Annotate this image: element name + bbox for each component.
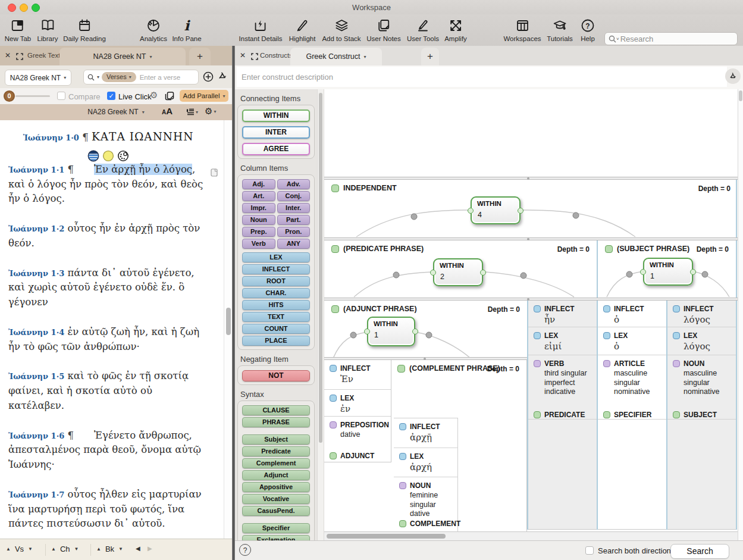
live-click-checkbox[interactable]: ✓ xyxy=(107,92,115,100)
user-tools-button[interactable]: User Tools xyxy=(407,17,439,42)
phrase-status-icon[interactable] xyxy=(331,245,339,253)
research-input[interactable] xyxy=(619,34,711,44)
palette-exclamation-button[interactable]: Exclamation xyxy=(242,535,310,540)
phrase-status-icon[interactable] xyxy=(331,305,339,313)
amplify-button[interactable]: Amplify xyxy=(444,17,467,42)
palette-scrollbar-thumb[interactable] xyxy=(319,93,322,443)
canvas-vertical-scrollbar[interactable] xyxy=(738,89,743,540)
back-arrow-icon[interactable]: ◀ xyxy=(136,545,140,552)
highlight-button[interactable]: Highlight xyxy=(289,17,316,42)
palette-text-button[interactable]: TEXT xyxy=(242,312,310,322)
new-tab-button[interactable]: New Tab xyxy=(5,17,32,42)
palette-phrase-button[interactable]: PHRASE xyxy=(242,417,310,427)
canvas-hscroll-thumb[interactable] xyxy=(327,534,446,539)
update-construct-button[interactable] xyxy=(725,68,741,84)
text-display-icon[interactable]: ▾ xyxy=(186,108,198,116)
palette-place-button[interactable]: PLACE xyxy=(242,336,310,346)
workspaces-button[interactable]: Workspaces xyxy=(503,17,541,42)
clause-status-icon[interactable] xyxy=(331,184,339,192)
font-size-icon[interactable]: AA xyxy=(162,106,173,117)
module-select[interactable]: NA28 Greek NT▾ xyxy=(5,70,71,86)
context-slider[interactable] xyxy=(15,95,50,97)
down-arrow-icon[interactable]: ▼ xyxy=(118,546,123,552)
add-to-stack-button[interactable]: Add to Stack xyxy=(322,17,360,42)
both-directions-checkbox[interactable] xyxy=(585,546,594,555)
palette-vocative-button[interactable]: Vocative xyxy=(242,494,310,504)
live-click-gear-icon[interactable]: ⚙ xyxy=(150,90,158,101)
close-zone-icon[interactable]: ✕ xyxy=(5,51,11,60)
complement-phrase-panel[interactable]: (COMPLEMENT PHRASE) Depth = 0 INFLECT ἀρ… xyxy=(391,360,527,531)
lex-cell[interactable]: LEX λόγος xyxy=(667,327,736,355)
palette-casuspend-button[interactable]: CasusPend. xyxy=(242,506,310,516)
palette-part-button[interactable]: Part. xyxy=(277,215,311,225)
instant-details-button[interactable]: Instant Details xyxy=(239,17,283,42)
phrase-status-icon[interactable] xyxy=(605,245,613,253)
palette-conj-button[interactable]: Conj. xyxy=(277,191,311,201)
info-pane-button[interactable]: i Info Pane xyxy=(172,17,201,42)
scope-pill[interactable]: Verses▾ xyxy=(102,72,136,82)
inflect-cell[interactable]: INFLECT Ἐν xyxy=(324,360,391,390)
palette-any-button[interactable]: ANY xyxy=(277,239,311,249)
within-node-predicate[interactable]: WITHIN 2 xyxy=(433,258,483,286)
palette-clause-button[interactable]: CLAUSE xyxy=(242,405,310,415)
lex-cell[interactable]: LEX ὁ xyxy=(598,327,666,355)
update-search-icon[interactable] xyxy=(217,71,228,85)
word-column-ho[interactable]: INFLECT ὁ LEX ὁ ARTICLE masculine singul… xyxy=(598,301,666,530)
palette-specifier-button[interactable]: Specifier xyxy=(242,523,310,533)
function-cell[interactable]: ADJUNCT xyxy=(324,448,391,462)
word-item-arche[interactable]: INFLECT ἀρχῇ LEX ἀρχή NOUN feminine sing… xyxy=(394,418,458,531)
library-button[interactable]: Library xyxy=(37,17,58,42)
compare-checkbox[interactable] xyxy=(57,92,65,100)
add-criteria-icon[interactable] xyxy=(203,71,214,85)
pos-cell[interactable]: NOUN feminine singular dative xyxy=(394,477,457,515)
close-zone-icon[interactable]: ✕ xyxy=(240,51,246,60)
palette-adjunct-button[interactable]: Adjunct xyxy=(242,470,310,480)
palette-agree-button[interactable]: AGREE xyxy=(242,143,310,155)
up-arrow-icon[interactable]: ▲ xyxy=(6,546,11,552)
palette-inflect-button[interactable]: INFLECT xyxy=(242,264,310,274)
greek-text-area[interactable]: Ἰωάννην 1·0 ¶ ΚΑΤΑ ΙΩΑΝΝΗΝ Ἰωάννην 1·1 ¶… xyxy=(0,120,224,539)
palette-adv-button[interactable]: Adv. xyxy=(277,179,311,189)
up-arrow-icon[interactable]: ▲ xyxy=(96,546,101,552)
chapter-stepper[interactable]: ▲Ch▼ xyxy=(51,545,79,553)
adjunct-phrase-panel[interactable]: (ADJUNCT PHRASE) Depth = 0 WITHIN 1 xyxy=(324,301,527,359)
canvas-horizontal-scrollbar[interactable] xyxy=(324,531,738,540)
lex-cell[interactable]: LEX εἰμί xyxy=(528,327,597,355)
inflect-cell[interactable]: INFLECT λόγος xyxy=(667,301,736,327)
palette-within-button[interactable]: WITHIN xyxy=(242,110,310,122)
pos-cell[interactable]: VERB third singular imperfect indicative xyxy=(528,355,597,406)
forward-arrow-icon[interactable]: ▶ xyxy=(148,545,152,552)
tab-na28-greek-nt[interactable]: NA28 Greek NT▾ xyxy=(59,48,186,65)
tutorials-button[interactable]: Tutorials xyxy=(547,17,573,42)
add-tab-button[interactable]: + xyxy=(189,48,211,65)
palette-predicate-button[interactable]: Predicate xyxy=(242,446,310,456)
palette-subject-button[interactable]: Subject xyxy=(242,434,310,445)
left-scrollbar[interactable] xyxy=(224,120,232,539)
lex-cell[interactable]: LEX ἐν xyxy=(324,390,391,417)
tab-greek-construct[interactable]: Greek Construct▾ xyxy=(290,48,382,65)
inflect-cell[interactable]: INFLECT ἦν xyxy=(528,301,597,327)
text-settings-icon[interactable]: ⚙▾ xyxy=(205,106,216,117)
function-cell[interactable]: SUBJECT xyxy=(667,406,736,420)
analytics-button[interactable]: Analytics xyxy=(140,17,167,42)
palette-lex-button[interactable]: LEX xyxy=(242,252,310,262)
user-notes-button[interactable]: User Notes xyxy=(366,17,401,42)
palette-hits-button[interactable]: HITS xyxy=(242,300,310,310)
inflect-cell[interactable]: INFLECT ἀρχῇ xyxy=(394,418,457,448)
palette-appositive-button[interactable]: Appositive xyxy=(242,482,310,492)
palette-impr-button[interactable]: Impr. xyxy=(242,203,275,213)
construct-canvas[interactable]: INDEPENDENT Depth = 0 WITHIN 4 (PREDICAT… xyxy=(324,89,738,540)
palette-noun-button[interactable]: Noun xyxy=(242,215,275,225)
independent-clause-panel[interactable]: INDEPENDENT Depth = 0 WITHIN 4 xyxy=(324,180,738,237)
verse-stepper[interactable]: ▲Vs▼ xyxy=(6,545,33,553)
add-tab-button[interactable]: + xyxy=(421,48,439,65)
pos-cell[interactable]: NOUN masculine singular nominative xyxy=(667,355,736,406)
palette-char-button[interactable]: CHAR. xyxy=(242,288,310,298)
phrase-status-icon[interactable] xyxy=(397,365,405,373)
predicate-phrase-panel[interactable]: (PREDICATE PHRASE) Depth = 0 WITHIN 2 xyxy=(324,240,597,298)
palette-inter-pos-button[interactable]: Inter. xyxy=(277,203,311,213)
user-note-icon[interactable] xyxy=(211,168,218,179)
help-icon[interactable]: ? xyxy=(239,544,251,556)
function-cell[interactable]: PREDICATE xyxy=(528,406,597,420)
daily-reading-button[interactable]: Daily Reading xyxy=(63,17,106,42)
